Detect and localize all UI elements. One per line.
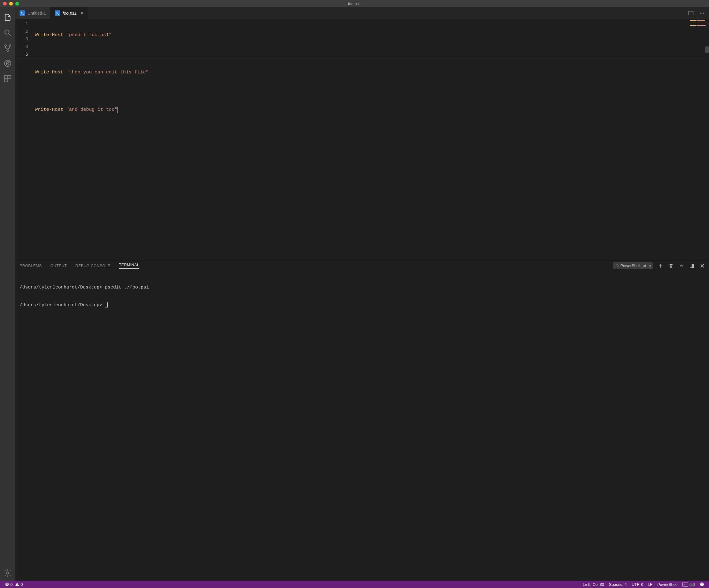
- svg-point-30: [702, 584, 703, 584]
- svg-rect-20: [692, 264, 694, 268]
- svg-rect-27: [17, 585, 18, 585]
- code-line: Write-Host "then you can edit this file": [35, 69, 149, 76]
- svg-rect-9: [8, 76, 11, 78]
- terminal-cursor: [105, 302, 108, 307]
- split-editor-icon[interactable]: [688, 10, 694, 16]
- status-warnings[interactable]: 0: [15, 581, 25, 588]
- text-cursor: [117, 107, 118, 113]
- svg-rect-10: [5, 79, 7, 82]
- status-eol[interactable]: LF: [646, 581, 655, 588]
- editor-actions: [688, 7, 709, 19]
- svg-point-3: [9, 45, 10, 46]
- debug-icon[interactable]: [0, 56, 15, 71]
- svg-point-16: [703, 13, 704, 14]
- close-panel-icon[interactable]: [700, 263, 705, 268]
- status-bar-right: Ln 5, Col 30 Spaces: 4 UTF-8 LF PowerShe…: [580, 581, 707, 588]
- code-content[interactable]: Write-Host "psedit foo.ps1" Write-Host "…: [35, 19, 149, 260]
- line-number: 3: [15, 35, 28, 43]
- tab-label: Untitled-1: [28, 11, 46, 16]
- panel: PROBLEMS OUTPUT DEBUG CONSOLE TERMINAL 1…: [15, 260, 709, 581]
- status-feedback-icon[interactable]: [698, 581, 707, 588]
- editor-tabs: Untitled-1 foo.ps1 ×: [15, 7, 709, 19]
- svg-rect-8: [5, 76, 7, 78]
- extensions-icon[interactable]: [0, 71, 15, 86]
- svg-point-2: [5, 45, 6, 46]
- minimize-window-button[interactable]: [9, 2, 13, 5]
- terminal-line: /Users/tylerleonhardt/Desktop>: [20, 302, 705, 309]
- terminal-line: /Users/tylerleonhardt/Desktop> psedit ./…: [20, 284, 705, 291]
- svg-point-28: [700, 583, 704, 586]
- more-actions-icon[interactable]: [699, 10, 705, 16]
- panel-tab-output[interactable]: OUTPUT: [50, 264, 67, 268]
- status-powershell-version[interactable]: >_ 6.0: [680, 581, 698, 588]
- search-icon[interactable]: [0, 25, 15, 41]
- line-number: 1: [15, 20, 28, 28]
- kill-terminal-icon[interactable]: [668, 263, 674, 268]
- code-editor[interactable]: 1 2 3 4 5 Write-Host "psedit foo.ps1" Wr…: [15, 19, 709, 260]
- window-controls: [0, 2, 19, 5]
- titlebar: foo.ps1: [0, 0, 709, 7]
- powershell-file-icon: [55, 10, 60, 16]
- line-number: 4: [15, 43, 28, 51]
- panel-tab-terminal[interactable]: TERMINAL: [119, 263, 139, 269]
- status-bar: 0 0 Ln 5, Col 30 Spaces: 4 UTF-8 LF Powe…: [0, 581, 709, 588]
- collapse-panel-icon[interactable]: [679, 263, 684, 268]
- svg-point-15: [702, 13, 703, 14]
- editor-group: Untitled-1 foo.ps1 ×: [15, 7, 709, 581]
- tab-untitled-1[interactable]: Untitled-1: [15, 7, 50, 19]
- svg-line-1: [8, 34, 10, 35]
- code-line: [35, 87, 149, 95]
- panel-tab-debug-console[interactable]: DEBUG CONSOLE: [75, 264, 110, 268]
- tab-foo-ps1[interactable]: foo.ps1 ×: [50, 7, 88, 19]
- code-line: Write-Host "and debug it too": [35, 106, 149, 113]
- maximize-window-button[interactable]: [15, 2, 19, 5]
- source-control-icon[interactable]: [0, 41, 15, 56]
- status-cursor-position[interactable]: Ln 5, Col 30: [580, 581, 607, 588]
- panel-tab-problems[interactable]: PROBLEMS: [20, 264, 42, 268]
- tab-label: foo.ps1: [63, 11, 77, 16]
- code-line: [35, 50, 149, 57]
- svg-point-11: [7, 572, 9, 574]
- panel-tabs: PROBLEMS OUTPUT DEBUG CONSOLE TERMINAL 1…: [15, 260, 709, 272]
- settings-gear-icon[interactable]: [0, 565, 15, 581]
- svg-point-29: [701, 584, 702, 584]
- terminal-selector[interactable]: 1: PowerShell Int ▴▾: [613, 263, 653, 268]
- svg-point-0: [5, 30, 9, 34]
- main-area: Untitled-1 foo.ps1 ×: [0, 7, 709, 581]
- status-language-mode[interactable]: PowerShell: [655, 581, 680, 588]
- status-indentation[interactable]: Spaces: 4: [607, 581, 629, 588]
- code-line: Write-Host "psedit foo.ps1": [35, 31, 149, 39]
- vscode-window: foo.ps1: [0, 0, 709, 588]
- powershell-badge-icon: >_: [682, 582, 688, 587]
- overview-mark: [705, 47, 709, 53]
- panel-tools: 1: PowerShell Int ▴▾: [613, 263, 705, 268]
- svg-point-4: [7, 50, 8, 51]
- activity-bar: [0, 7, 15, 581]
- line-number: 2: [15, 28, 28, 35]
- status-encoding[interactable]: UTF-8: [629, 581, 646, 588]
- terminal-body[interactable]: /Users/tylerleonhardt/Desktop> psedit ./…: [15, 272, 709, 581]
- overview-ruler[interactable]: [705, 19, 709, 260]
- svg-point-14: [700, 13, 701, 14]
- close-window-button[interactable]: [3, 2, 7, 5]
- explorer-icon[interactable]: [0, 10, 15, 25]
- new-terminal-icon[interactable]: [658, 263, 663, 268]
- close-tab-icon[interactable]: ×: [80, 10, 83, 16]
- status-errors[interactable]: 0: [2, 581, 15, 588]
- maximize-panel-icon[interactable]: [689, 263, 694, 268]
- powershell-file-icon: [20, 10, 25, 16]
- window-title: foo.ps1: [0, 2, 709, 6]
- svg-rect-26: [17, 584, 18, 585]
